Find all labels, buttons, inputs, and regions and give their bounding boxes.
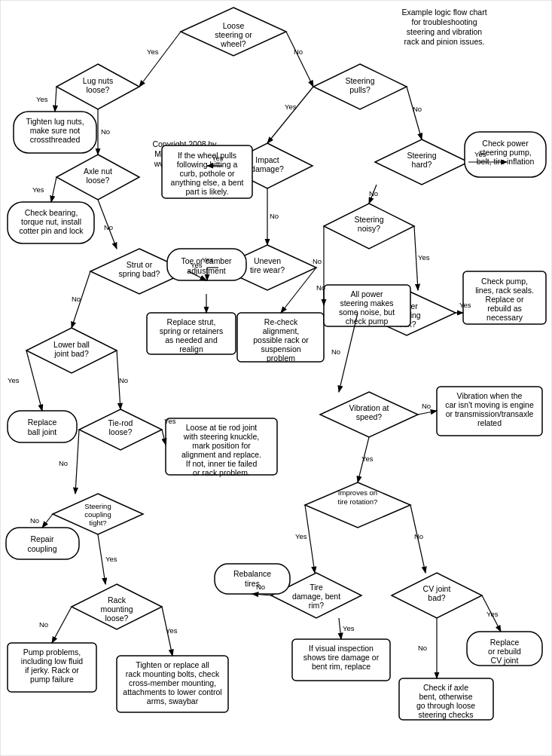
svg-text:Steering: Steering bbox=[354, 215, 383, 224]
svg-text:Yes: Yes bbox=[285, 103, 297, 111]
svg-text:or transmission/transaxle: or transmission/transaxle bbox=[446, 409, 534, 418]
svg-text:steering or: steering or bbox=[215, 30, 252, 39]
svg-text:Loose at tie rod joint: Loose at tie rod joint bbox=[186, 423, 258, 432]
loose-steering-label: Loose bbox=[223, 21, 245, 30]
svg-text:Tighten or replace all: Tighten or replace all bbox=[136, 660, 209, 669]
svg-text:Yes: Yes bbox=[147, 47, 159, 56]
svg-text:Yes: Yes bbox=[212, 154, 224, 162]
svg-text:steering checks: steering checks bbox=[419, 710, 474, 719]
svg-text:mark position for: mark position for bbox=[192, 441, 251, 450]
svg-text:bent, otherwise: bent, otherwise bbox=[419, 692, 472, 701]
svg-text:possible rack or: possible rack or bbox=[253, 335, 309, 344]
svg-text:crossthreaded: crossthreaded bbox=[30, 135, 81, 144]
svg-text:realign: realign bbox=[179, 344, 203, 354]
svg-text:torque nut, install: torque nut, install bbox=[21, 217, 81, 226]
svg-text:Steering: Steering bbox=[407, 151, 436, 160]
svg-text:Axle nut: Axle nut bbox=[84, 167, 112, 176]
svg-text:noisy?: noisy? bbox=[358, 224, 381, 233]
svg-text:Yes: Yes bbox=[32, 185, 44, 194]
svg-text:spring bad?: spring bad? bbox=[119, 269, 160, 278]
svg-text:rack and pinion issues.: rack and pinion issues. bbox=[404, 37, 485, 46]
svg-text:bad?: bad? bbox=[428, 593, 446, 602]
svg-text:wheel?: wheel? bbox=[220, 39, 246, 48]
svg-text:hard?: hard? bbox=[412, 160, 432, 169]
svg-text:tire rotation?: tire rotation? bbox=[338, 497, 378, 506]
svg-text:No: No bbox=[414, 532, 423, 540]
svg-text:check pump: check pump bbox=[346, 317, 389, 326]
svg-text:rebuild as: rebuild as bbox=[487, 304, 522, 313]
svg-text:Steering: Steering bbox=[345, 76, 374, 85]
svg-text:speed?: speed? bbox=[356, 412, 383, 421]
svg-text:tight?: tight? bbox=[89, 519, 106, 527]
svg-text:coupling: coupling bbox=[27, 544, 56, 553]
svg-text:joint bad?: joint bad? bbox=[53, 349, 89, 358]
svg-text:Vibration when the: Vibration when the bbox=[457, 391, 523, 400]
svg-text:Yes: Yes bbox=[459, 301, 471, 309]
svg-text:alignment,: alignment, bbox=[263, 326, 299, 335]
svg-text:Lug nuts: Lug nuts bbox=[83, 76, 113, 85]
svg-text:loose?: loose? bbox=[105, 614, 129, 623]
svg-text:Yes: Yes bbox=[8, 376, 20, 384]
description-text: Example logic flow chart bbox=[401, 8, 486, 17]
svg-text:No: No bbox=[418, 644, 427, 652]
svg-text:Lower ball: Lower ball bbox=[53, 340, 90, 349]
svg-text:No: No bbox=[104, 223, 113, 231]
svg-text:Yes: Yes bbox=[486, 610, 499, 618]
svg-text:No: No bbox=[413, 105, 422, 113]
svg-text:Tire: Tire bbox=[310, 583, 323, 592]
svg-text:Yes: Yes bbox=[418, 253, 430, 262]
svg-text:related: related bbox=[477, 418, 502, 427]
svg-text:Improves on: Improves on bbox=[338, 488, 377, 497]
svg-text:Rack: Rack bbox=[108, 595, 127, 604]
svg-text:shows tire damage or: shows tire damage or bbox=[303, 653, 380, 662]
svg-text:Yes: Yes bbox=[191, 261, 203, 269]
svg-text:curb, pothole or: curb, pothole or bbox=[180, 169, 235, 178]
svg-text:Replace: Replace bbox=[28, 418, 57, 427]
svg-text:suspension: suspension bbox=[261, 344, 300, 354]
svg-text:if jerky. Rack or: if jerky. Rack or bbox=[25, 666, 79, 675]
svg-text:or rack problem.: or rack problem. bbox=[193, 468, 250, 477]
svg-text:pump failure: pump failure bbox=[30, 675, 74, 684]
svg-text:cross-member mounting,: cross-member mounting, bbox=[129, 678, 216, 687]
svg-text:make sure not: make sure not bbox=[30, 126, 81, 135]
svg-text:Yes: Yes bbox=[202, 256, 214, 264]
svg-text:ball joint: ball joint bbox=[28, 427, 57, 436]
svg-text:No: No bbox=[39, 620, 48, 629]
svg-text:Steering: Steering bbox=[84, 502, 111, 510]
svg-text:Tighten lug nuts,: Tighten lug nuts, bbox=[26, 117, 84, 126]
svg-text:with steering knuckle,: with steering knuckle, bbox=[183, 432, 259, 441]
svg-text:for troubleshooting: for troubleshooting bbox=[412, 17, 477, 26]
svg-text:tire wear?: tire wear? bbox=[250, 265, 285, 274]
svg-text:All power: All power bbox=[350, 289, 383, 298]
svg-text:spring or retainers: spring or retainers bbox=[160, 326, 224, 335]
svg-text:No: No bbox=[331, 347, 340, 356]
svg-text:No: No bbox=[101, 127, 110, 136]
svg-text:including low fluid: including low fluid bbox=[21, 657, 83, 666]
svg-text:damage?: damage? bbox=[251, 164, 284, 173]
svg-text:cotter pin and lock: cotter pin and lock bbox=[19, 226, 84, 235]
svg-text:anything else, a bent: anything else, a bent bbox=[171, 178, 244, 187]
svg-text:CV joint: CV joint bbox=[423, 584, 451, 593]
svg-text:Replace or: Replace or bbox=[486, 295, 524, 304]
svg-text:Re-check: Re-check bbox=[264, 317, 298, 326]
svg-text:If not, inner tie failed: If not, inner tie failed bbox=[186, 459, 258, 468]
svg-text:Check if axle: Check if axle bbox=[423, 683, 468, 692]
svg-text:loose?: loose? bbox=[109, 427, 133, 436]
svg-text:go through loose: go through loose bbox=[416, 701, 475, 710]
svg-text:bent rim, replace: bent rim, replace bbox=[312, 662, 371, 671]
svg-text:Yes: Yes bbox=[295, 532, 307, 540]
svg-text:lines, rack seals.: lines, rack seals. bbox=[475, 286, 534, 295]
svg-text:following hitting a: following hitting a bbox=[177, 160, 238, 169]
svg-text:Replace: Replace bbox=[490, 638, 520, 647]
svg-text:Yes: Yes bbox=[343, 624, 355, 632]
svg-text:No: No bbox=[30, 516, 39, 525]
svg-text:Yes: Yes bbox=[166, 626, 178, 635]
svg-text:mounting: mounting bbox=[100, 604, 133, 614]
svg-text:Impact: Impact bbox=[255, 155, 279, 164]
svg-text:Vibration at: Vibration at bbox=[349, 403, 389, 412]
svg-text:loose?: loose? bbox=[87, 85, 110, 94]
svg-text:No: No bbox=[369, 189, 378, 197]
svg-text:Check bearing,: Check bearing, bbox=[25, 208, 78, 217]
svg-text:CV joint: CV joint bbox=[491, 656, 519, 665]
svg-text:attachments to lower control: attachments to lower control bbox=[123, 687, 221, 696]
